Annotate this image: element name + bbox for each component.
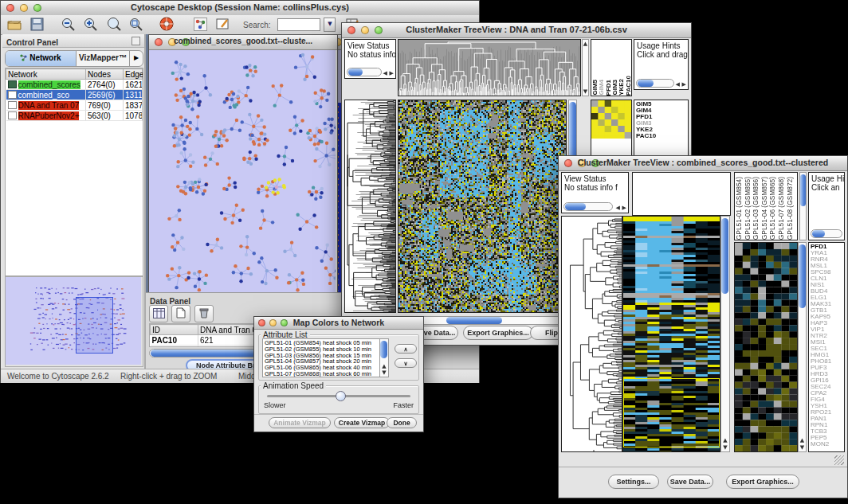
network-table-header: Nodes — [86, 69, 124, 80]
tab-vizmapper[interactable]: VizMapper™ — [77, 51, 129, 66]
tv2-gene-dendrogram[interactable] — [561, 216, 622, 452]
tv1-zoom-column-labels: GIM5GIM4PFD1GIM3YKE2PAC10 — [591, 39, 632, 96]
tv2-labels-vscrollbar[interactable] — [799, 172, 807, 240]
dialog-button-done[interactable]: Done — [387, 417, 417, 428]
tv1-title: ClusterMaker TreeView : DNA and Tran 07-… — [342, 25, 691, 34]
network-table-row[interactable]: combined_sco2569(6)13112(15) — [6, 90, 143, 100]
network-table-row[interactable]: combined_scores2764(0)16218(0) — [6, 80, 143, 90]
network-editor-icon[interactable] — [194, 18, 207, 34]
network-overview-minimap[interactable] — [6, 277, 141, 365]
move-up-button[interactable]: ∧ — [395, 344, 417, 354]
tv2-resize-grip[interactable] — [834, 455, 844, 465]
tv2-heatmap-vscrollbar[interactable]: ▲▼ — [720, 216, 730, 452]
control-panel: Control Panel Network VizMapper™ ▶ Netwo… — [2, 34, 146, 369]
tv1-status-hscrollbar[interactable] — [347, 68, 382, 76]
main-window-title: Cytoscape Desktop (Session Name: collins… — [1, 2, 479, 12]
help-lifering-icon[interactable] — [159, 17, 175, 34]
tv1-column-dendrogram[interactable] — [398, 39, 581, 96]
tv2-button-2[interactable]: Export Graphics... — [726, 475, 799, 489]
create-attribute-icon[interactable] — [171, 305, 190, 322]
attribute-list[interactable]: GPL51-01 (GSM854) heat shock 05 minGPL51… — [262, 338, 380, 377]
main-titlebar[interactable]: Cytoscape Desktop (Session Name: collins… — [1, 1, 479, 16]
tv1-usage-label: Usage Hints — [634, 40, 688, 50]
network-table-header: Network — [6, 69, 86, 80]
map-colors-dialog: Map Colors to Network Attribute List GPL… — [253, 316, 424, 432]
attribute-list-vscrollbar[interactable]: ▲▼ — [379, 338, 389, 377]
tv2-gene-label[interactable]: MON2 — [811, 441, 844, 447]
row-id: PFD1 — [151, 346, 198, 348]
dialog-button-animate-vizmap[interactable]: Animate Vizmap — [269, 417, 331, 428]
float-panel-icon[interactable] — [132, 37, 140, 45]
network-table-row[interactable]: RNAPuberNov2+563(0)107847(0) — [6, 111, 143, 121]
animation-speed-slider[interactable] — [267, 395, 410, 397]
tv2-button-1[interactable]: Save Data... — [667, 475, 713, 489]
tv2-usage-hscrollbar[interactable] — [811, 229, 842, 238]
tv2-column-label: GPL51-01 (GSM854) — [735, 177, 744, 240]
status-welcome: Welcome to Cytoscape 2.6.2 — [7, 372, 109, 381]
zoom-fit-icon[interactable] — [128, 17, 144, 34]
tab-network[interactable]: Network — [6, 51, 77, 66]
tv2-view-status-text: No status info f — [562, 183, 628, 192]
slider-slower-label: Slower — [264, 401, 286, 409]
slider-thumb[interactable] — [336, 391, 346, 401]
network-edges: 13112(15) — [124, 90, 143, 100]
tv2-title: ClusterMaker TreeView : combined_scores_… — [559, 158, 847, 167]
network-table-row[interactable]: DNA and Tran 07769(0)183728(0) — [6, 100, 143, 111]
desktop: Cytoscape Desktop (Session Name: collins… — [0, 0, 848, 504]
network-edges: 183728(0) — [124, 100, 143, 111]
tv1-usage-hints-panel: Usage Hints Click and drag to ◀ ▶ — [634, 39, 689, 90]
attribute-table-header: ID — [151, 325, 198, 335]
tv2-usage-text: Click an — [809, 183, 844, 192]
tv1-global-heatmap[interactable] — [398, 100, 567, 313]
tv2-global-heatmap[interactable] — [622, 216, 720, 452]
tv2-column-label: GPL51-04 (GSM857) — [760, 177, 769, 240]
move-down-button[interactable]: ∨ — [395, 358, 417, 368]
network-name: RNAPuberNov2+ — [18, 111, 80, 120]
tv1-gene-dendrogram[interactable] — [344, 100, 396, 313]
zoom-in-icon[interactable] — [83, 17, 99, 34]
search-dropdown-arrow[interactable]: ▼ — [324, 18, 336, 32]
tv1-usage-hscrollbar[interactable] — [636, 79, 674, 88]
zoom-selected-icon[interactable] — [106, 17, 122, 34]
zoom-out-icon[interactable] — [61, 17, 77, 34]
tv1-titlebar[interactable]: ClusterMaker TreeView : DNA and Tran 07-… — [342, 23, 691, 38]
row-id: PAC10 — [151, 335, 198, 346]
treeview2-window: ClusterMaker TreeView : combined_scores_… — [558, 155, 848, 498]
tv2-zoom-heatmap[interactable] — [734, 242, 798, 452]
tv1-atr-scrollbar[interactable]: ▲▼ — [582, 39, 589, 96]
search-label: Search: — [243, 21, 270, 29]
tv1-view-status-label: View Status — [345, 40, 395, 50]
network-edges: 16218(0) — [124, 80, 143, 90]
tv2-zoom-vscrollbar[interactable]: ▲▼ — [798, 242, 807, 452]
network-graph-canvas[interactable] — [149, 50, 336, 292]
tv2-zoom-column-labels: GPL51-01 (GSM854)GPL51-02 (GSM855)GPL51-… — [734, 172, 798, 240]
tv1-view-status-text: No status info f — [345, 50, 395, 59]
delete-attribute-icon[interactable] — [194, 305, 214, 322]
tv1-gene-label[interactable]: PAC10 — [636, 133, 688, 139]
tv2-button-0[interactable]: Settings... — [608, 475, 659, 489]
tv2-column-label: GPL51-02 (GSM855) — [744, 177, 752, 240]
tv2-titlebar[interactable]: ClusterMaker TreeView : combined_scores_… — [559, 156, 847, 171]
annotation-icon[interactable] — [216, 18, 230, 34]
tv1-button-1[interactable]: Export Graphics... — [463, 326, 533, 340]
animation-speed-label: Animation Speed — [261, 381, 326, 390]
tv1-heatmap-hscrollbar[interactable] — [398, 316, 576, 325]
search-input[interactable] — [277, 18, 320, 31]
attribute-list-item[interactable]: GPL51-07 (GSM868) heat shock 60 min — [265, 371, 379, 377]
tv1-column-label: PAC10 — [625, 76, 631, 96]
tv2-view-status-panel: View Status No status info f ◀ ▶ — [561, 172, 629, 213]
tv2-status-hscrollbar[interactable] — [563, 202, 613, 211]
dialog-button-create-vizmap[interactable]: Create Vizmap — [334, 417, 390, 428]
tv1-column-label: PFD1 — [605, 80, 611, 96]
tab-overflow-arrow[interactable]: ▶ — [129, 51, 143, 66]
select-attributes-icon[interactable] — [149, 305, 168, 322]
tv2-column-dendrogram[interactable] — [632, 172, 731, 216]
tv1-view-status-panel: View Status No status info f ◀ ▶ — [344, 39, 396, 79]
document-icon — [8, 111, 17, 119]
network-overview-panel[interactable] — [5, 276, 143, 367]
open-file-icon[interactable] — [7, 18, 22, 34]
dialog-titlebar[interactable]: Map Colors to Network — [254, 317, 423, 330]
network-view-title: combined_scores_good.txt--cluste... — [149, 37, 337, 45]
network-view-window[interactable]: combined_scores_good.txt--cluste... — [148, 34, 338, 292]
save-icon[interactable] — [30, 18, 44, 34]
